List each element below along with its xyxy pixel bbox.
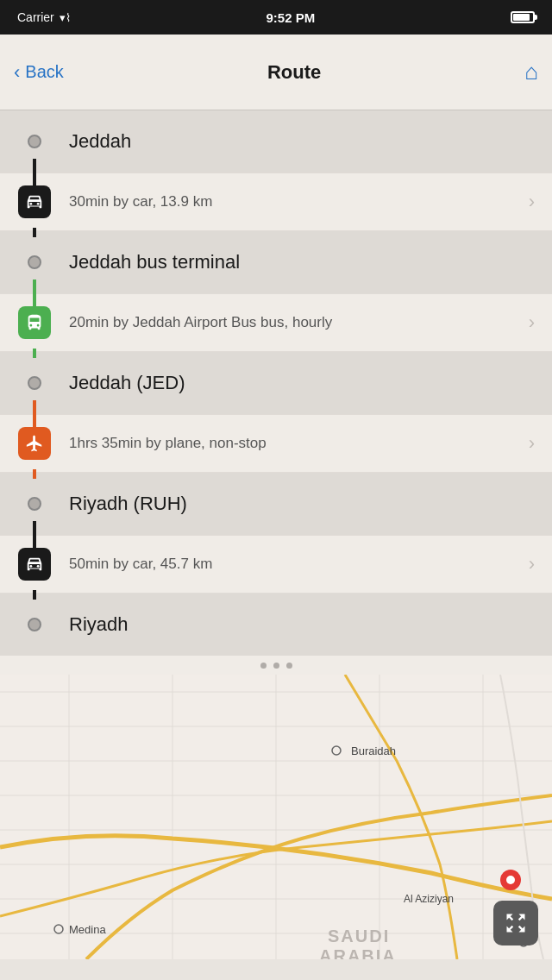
stop-dot-bus-terminal <box>28 255 41 269</box>
transit-row-car1[interactable]: 30min by car, 13.9 km › <box>0 173 552 231</box>
back-arrow-icon: ‹ <box>14 61 20 84</box>
transit-row-plane[interactable]: 1hrs 35min by plane, non-stop › <box>0 414 552 473</box>
transit-row-car2[interactable]: 50min by car, 45.7 km › <box>0 535 552 594</box>
bus-icon <box>18 306 51 339</box>
timeline-car2 <box>0 548 69 581</box>
map-expand-button[interactable] <box>493 901 538 945</box>
wifi-icon: ▾⌇ <box>60 11 71 24</box>
stop-dot-jeddah <box>28 135 41 148</box>
home-icon[interactable]: ⌂ <box>524 59 538 85</box>
map-svg: Buraidah Medina Al Aziziyan SAUDI ARABIA <box>0 675 552 959</box>
carrier-label: Carrier <box>17 10 54 24</box>
svg-point-1 <box>37 203 40 205</box>
stop-dot-riyadh <box>28 618 41 631</box>
battery-icon <box>511 11 535 23</box>
timeline-bus <box>0 306 69 339</box>
stop-dot-ruh <box>28 497 41 511</box>
dots-indicator <box>0 656 552 675</box>
status-time: 9:52 PM <box>267 10 316 25</box>
car-icon-2 <box>18 548 51 581</box>
svg-text:Al Aziziyan: Al Aziziyan <box>404 893 454 905</box>
chevron-right-3: › <box>529 432 535 455</box>
status-right <box>511 11 535 23</box>
chevron-right-1: › <box>529 191 535 213</box>
transit-desc-plane: 1hrs 35min by plane, non-stop <box>69 435 522 452</box>
stop-row-bus-terminal: Jeddah bus terminal <box>0 231 552 293</box>
svg-point-2 <box>30 565 33 568</box>
route-list: Jeddah 30min by car, 13.9 km › Jeddah bu… <box>0 110 552 656</box>
dot-3 <box>286 663 292 669</box>
timeline-bus-terminal <box>0 255 69 269</box>
stop-row-ruh: Riyadh (RUH) <box>0 473 552 535</box>
chevron-right-2: › <box>529 311 535 334</box>
stop-row-jed: Jeddah (JED) <box>0 352 552 414</box>
transit-desc-bus: 20min by Jeddah Airport Bus bus, hourly <box>69 314 522 331</box>
transit-desc-car2: 50min by car, 45.7 km <box>69 556 522 573</box>
car-icon-1 <box>18 185 51 218</box>
stop-row: Jeddah <box>0 110 552 173</box>
status-left: Carrier ▾⌇ <box>17 10 71 24</box>
svg-point-3 <box>37 565 40 568</box>
svg-text:ARABIA: ARABIA <box>319 946 397 959</box>
stop-name-jeddah: Jeddah <box>69 130 535 153</box>
page-title: Route <box>267 61 321 84</box>
transit-desc-car1: 30min by car, 13.9 km <box>69 193 522 210</box>
svg-point-0 <box>30 203 33 205</box>
stop-name-riyadh: Riyadh <box>69 613 535 636</box>
dot-2 <box>273 663 279 669</box>
status-bar: Carrier ▾⌇ 9:52 PM <box>0 0 552 35</box>
stop-row-riyadh: Riyadh <box>0 594 552 656</box>
nav-bar: ‹ Back Route ⌂ <box>0 35 552 110</box>
back-label: Back <box>25 62 63 82</box>
timeline-jeddah <box>0 135 69 148</box>
stop-name-bus-terminal: Jeddah bus terminal <box>69 251 535 273</box>
timeline-jed <box>0 376 69 390</box>
plane-icon <box>18 427 51 460</box>
svg-text:Medina: Medina <box>69 923 106 936</box>
svg-point-23 <box>506 876 515 884</box>
dot-1 <box>260 663 267 669</box>
stop-dot-jed <box>28 376 41 390</box>
timeline-riyadh <box>0 618 69 631</box>
svg-text:SAUDI: SAUDI <box>328 927 390 945</box>
stop-name-ruh: Riyadh (RUH) <box>69 493 535 515</box>
svg-text:Buraidah: Buraidah <box>351 744 396 757</box>
stop-name-jed: Jeddah (JED) <box>69 372 535 394</box>
back-button[interactable]: ‹ Back <box>14 61 64 84</box>
transit-row-bus[interactable]: 20min by Jeddah Airport Bus bus, hourly … <box>0 293 552 352</box>
chevron-right-4: › <box>529 553 535 575</box>
timeline-plane <box>0 427 69 460</box>
timeline-ruh <box>0 497 69 511</box>
map-area[interactable]: Buraidah Medina Al Aziziyan SAUDI ARABIA <box>0 675 552 959</box>
timeline-car1 <box>0 185 69 218</box>
